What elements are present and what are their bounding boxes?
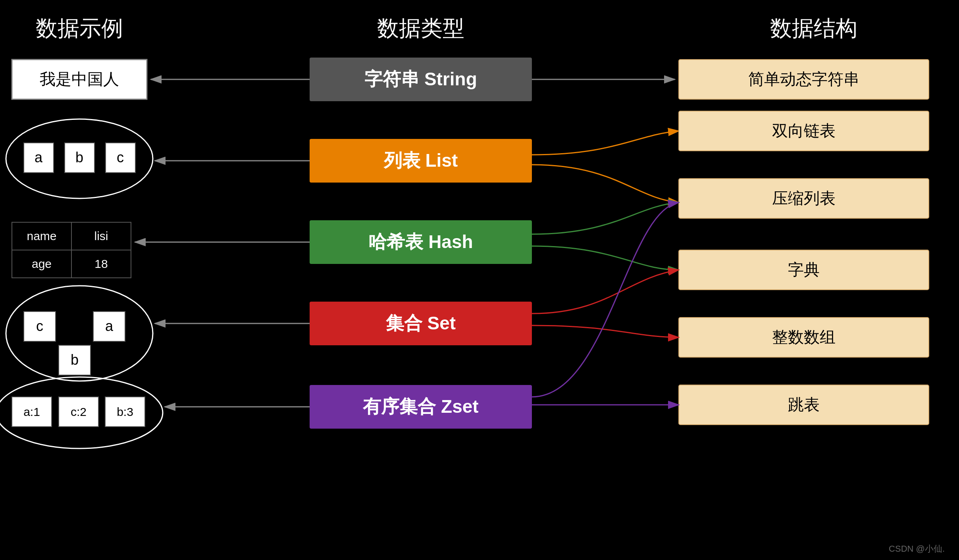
watermark: CSDN @小仙.: [889, 544, 945, 554]
hash-type-label: 哈希表 Hash: [368, 231, 473, 252]
hash-ex-name: name: [27, 229, 56, 242]
set-to-intset: [532, 325, 679, 337]
string-example-text: 我是中国人: [40, 70, 119, 88]
list-to-ziplist: [532, 165, 679, 202]
intset-struct-label: 整数数组: [772, 328, 836, 346]
list-item-a: a: [35, 149, 43, 165]
hash-ex-lisi: lisi: [94, 229, 108, 242]
set-to-dict: [532, 270, 679, 314]
dict-struct-label: 字典: [788, 261, 820, 278]
set-type-label: 集合 Set: [386, 313, 456, 333]
set-item-b: b: [71, 352, 79, 368]
zset-item-b3: b:3: [117, 405, 133, 418]
sds-struct-label: 简单动态字符串: [748, 70, 859, 88]
linkedlist-struct-label: 双向链表: [772, 122, 836, 139]
string-type-label: 字符串 String: [364, 69, 477, 89]
list-item-c: c: [117, 149, 124, 165]
col1-header: 数据示例: [36, 16, 123, 40]
zset-item-a1: a:1: [23, 405, 40, 418]
col2-header: 数据类型: [377, 16, 464, 40]
hash-to-dict: [532, 246, 679, 270]
zset-item-c2: c:2: [71, 405, 87, 418]
set-item-a: a: [105, 318, 114, 334]
list-item-b: b: [75, 149, 83, 165]
list-to-linkedlist: [532, 131, 679, 155]
col3-header: 数据结构: [770, 16, 857, 40]
hash-ex-18: 18: [94, 257, 108, 270]
skiplist-struct-label: 跳表: [788, 396, 820, 413]
set-item-c: c: [36, 318, 43, 334]
hash-ex-age: age: [32, 257, 52, 270]
list-type-label: 列表 List: [383, 150, 458, 171]
zset-to-ziplist: [532, 202, 679, 397]
ziplist-struct-label: 压缩列表: [772, 189, 836, 207]
zset-type-label: 有序集合 Zset: [362, 396, 478, 417]
